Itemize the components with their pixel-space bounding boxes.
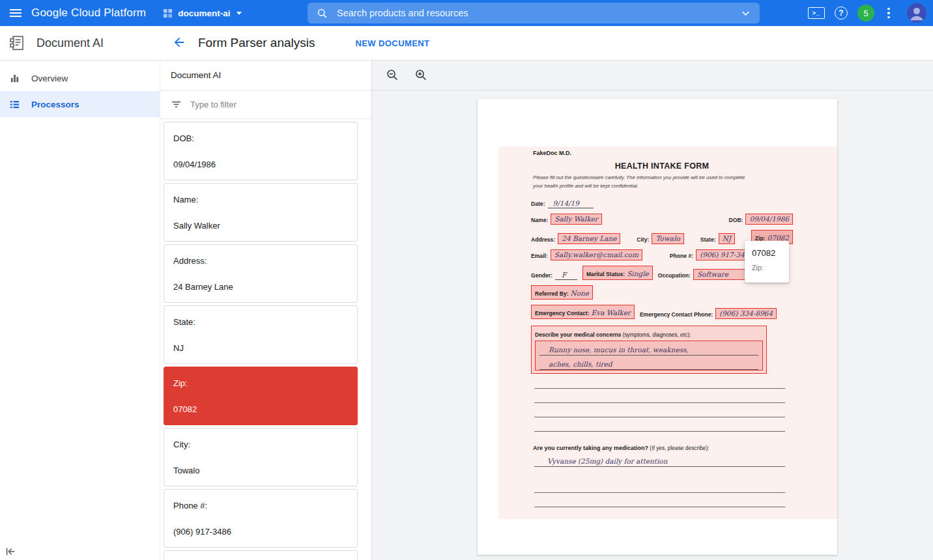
field-card-address[interactable]: Address: 24 Barney Lane	[164, 244, 358, 303]
blank-line	[534, 374, 785, 389]
gcp-brand-logo[interactable]: Google Cloud Platform	[31, 7, 146, 20]
viewer-toolbar	[372, 61, 933, 91]
field-label: Zip:	[173, 378, 348, 388]
highlight-box-referred-by[interactable]: Referred By:None	[531, 285, 593, 300]
highlight-box-dob[interactable]: 09/04/1986	[745, 214, 793, 225]
field-card-state[interactable]: State: NJ	[164, 305, 358, 364]
zoom-out-icon[interactable]	[385, 68, 399, 83]
sidebar-item-label: Processors	[31, 100, 79, 109]
fields-panel: Document AI DOB: 09/04/1986 Name: Sally …	[160, 61, 372, 560]
field-label: Address:	[173, 256, 348, 266]
field-cards-list: DOB: 09/04/1986 Name: Sally Walker Addre…	[160, 119, 371, 560]
field-value: 07082	[173, 404, 348, 414]
chevron-down-icon	[237, 12, 242, 15]
blank-line	[534, 403, 785, 417]
field-card-partial[interactable]	[164, 550, 358, 560]
back-arrow-icon[interactable]	[171, 35, 187, 51]
field-label: State:	[173, 317, 348, 327]
sidebar-item-overview[interactable]: Overview	[0, 65, 160, 91]
highlight-box-city[interactable]: Towalo	[652, 233, 683, 244]
notifications-badge[interactable]: 5	[857, 5, 874, 21]
app-title: Document AI	[36, 36, 104, 50]
medication-answer: Vyvanse (25mg) daily for attention	[534, 453, 785, 467]
field-value: (906) 917-3486	[173, 527, 348, 537]
form-row-name-dob: Name: Sally Walker DOB: 09/04/1986	[531, 214, 793, 225]
highlight-box-medical-concerns[interactable]: Describe your medical concerns (symptoms…	[531, 326, 767, 374]
filter-row	[160, 91, 371, 119]
highlight-box-emergency-contact[interactable]: Emergency Contact:Eva Walker	[531, 305, 635, 319]
field-value: NJ	[173, 343, 348, 353]
field-value: 09/04/1986	[173, 160, 348, 169]
highlight-box-marital-status[interactable]: Marital Status:Single	[582, 266, 653, 280]
app-title-zone: Document AI	[0, 35, 160, 51]
search-input[interactable]	[337, 8, 732, 18]
health-intake-form: FakeDoc M.D. HEALTH INTAKE FORM Please f…	[531, 150, 793, 507]
new-document-button[interactable]: NEW DOCUMENT	[356, 38, 430, 48]
blank-line	[534, 417, 785, 432]
form-row-date: Date: 9/14/19	[531, 199, 793, 208]
field-card-name[interactable]: Name: Sally Walker	[164, 183, 358, 242]
highlight-box-emergency-phone[interactable]: (906) 334-8964	[715, 308, 777, 319]
content: Overview Processors Document AI	[0, 61, 933, 560]
field-card-phone[interactable]: Phone #: (906) 917-3486	[164, 489, 358, 548]
form-title: HEALTH INTAKE FORM	[531, 161, 793, 171]
page-title: Form Parser analysis	[198, 36, 315, 50]
gcp-topbar: Google Cloud Platform document-ai >_ ? 5	[0, 0, 933, 26]
form-row-referred: Referred By:None	[531, 285, 793, 300]
form-row-emergency: Emergency Contact:Eva Walker Emergency C…	[531, 305, 793, 319]
project-icon	[163, 8, 173, 18]
menu-icon[interactable]	[0, 0, 31, 26]
filter-icon	[171, 99, 182, 110]
highlight-box-occupation[interactable]: Software	[693, 269, 753, 280]
filter-input[interactable]	[190, 100, 361, 109]
topbar-actions: >_ ? 5	[808, 0, 933, 26]
tooltip-value: 07082	[752, 248, 789, 258]
field-label: DOB:	[173, 133, 348, 143]
app-header: Document AI Form Parser analysis NEW DOC…	[0, 26, 933, 61]
document-page[interactable]: FakeDoc M.D. HEALTH INTAKE FORM Please f…	[478, 99, 837, 555]
search-chevron-down-icon[interactable]	[741, 8, 751, 18]
overview-chart-icon	[9, 73, 20, 84]
medical-concerns-text: Runny nose, mucus in throat, weakness, a…	[535, 341, 763, 371]
field-value: 24 Barney Lane	[173, 282, 348, 292]
blank-line	[534, 389, 785, 403]
medical-concerns-label: Describe your medical concerns (symptoms…	[535, 328, 763, 339]
field-tooltip: 07082 Zip:	[745, 241, 789, 283]
tooltip-label: Zip:	[752, 264, 789, 272]
avatar-image	[907, 3, 926, 23]
sidebar-item-label: Overview	[31, 74, 68, 83]
project-name: document-ai	[178, 8, 230, 18]
project-selector[interactable]: document-ai	[163, 8, 242, 18]
help-icon[interactable]: ?	[835, 7, 848, 20]
user-avatar[interactable]	[907, 3, 926, 23]
document-viewer: FakeDoc M.D. HEALTH INTAKE FORM Please f…	[372, 61, 933, 560]
form-clinic-name: FakeDoc M.D.	[531, 150, 793, 156]
field-label: Name:	[173, 195, 348, 204]
field-card-city[interactable]: City: Towalo	[164, 428, 358, 486]
field-card-dob[interactable]: DOB: 09/04/1986	[164, 122, 358, 180]
medication-label: Are you currently taking any medication?…	[531, 441, 793, 453]
highlight-box-state[interactable]: NJ	[719, 233, 735, 244]
highlight-box-name[interactable]: Sally Walker	[551, 214, 602, 225]
blank-line	[534, 493, 785, 507]
highlight-box-address[interactable]: 24 Barney Lane	[558, 233, 620, 244]
handwritten-gender: F	[555, 271, 577, 280]
highlight-box-email[interactable]: Sally.walker@cmail.com	[551, 249, 642, 260]
sidebar-item-processors[interactable]: Processors	[0, 91, 160, 117]
search-bar[interactable]	[308, 3, 760, 23]
field-card-zip-selected[interactable]: Zip: 07082	[164, 367, 358, 425]
processors-list-icon	[9, 99, 20, 110]
more-options-icon[interactable]	[884, 5, 893, 21]
document-ai-icon	[8, 35, 25, 51]
zoom-in-icon[interactable]	[414, 68, 428, 83]
field-value: Towalo	[173, 466, 348, 475]
search-icon	[317, 8, 328, 19]
panel-title: Document AI	[160, 61, 371, 91]
collapse-panel-icon[interactable]	[3, 546, 18, 559]
field-label: Phone #:	[173, 501, 348, 511]
blank-line	[534, 479, 785, 493]
field-value: Sally Walker	[173, 221, 348, 231]
cloud-shell-icon[interactable]: >_	[808, 7, 825, 19]
handwritten-date: 9/14/19	[548, 199, 594, 208]
field-label: City:	[173, 440, 348, 449]
